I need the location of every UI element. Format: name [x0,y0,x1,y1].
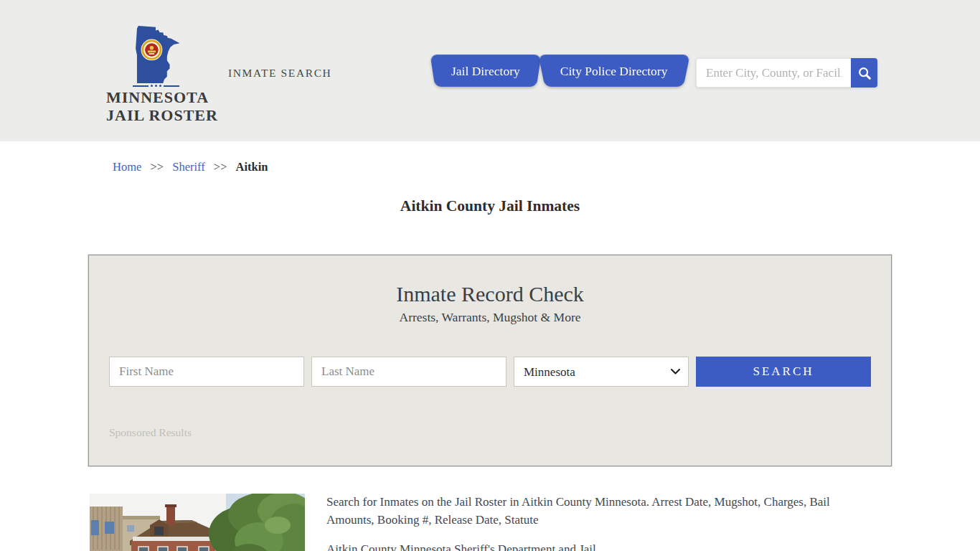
breadcrumb-separator: >> [150,160,164,174]
last-name-input[interactable] [311,357,507,387]
first-name-input[interactable] [109,357,304,387]
facility-search-input[interactable] [696,58,851,88]
county-info-section: Search for Inmates on the Jail Roster in… [90,494,890,551]
county-sheriff-paragraph: Aitkin County Minnesota Sheriff's Depart… [326,541,872,551]
search-icon [857,66,872,80]
aitkin-county-jail-photo [90,494,305,551]
search-button[interactable]: SEARCH [696,357,871,387]
state-select[interactable]: Minnesota [514,357,689,387]
minnesota-state-icon [130,26,182,83]
sponsored-results-label: Sponsored Results [109,426,891,439]
inmate-record-check-panel: Inmate Record Check Arrests, Warrants, M… [88,255,892,466]
breadcrumb-sheriff[interactable]: Sheriff [172,160,205,174]
breadcrumb-separator: >> [214,160,227,174]
site-logo[interactable]: MINNESOTA JAIL ROSTER [106,26,205,124]
tab-jail-directory-label: Jail Directory [451,64,520,79]
breadcrumb: Home >> Sheriff >> Aitkin [113,160,980,174]
breadcrumb-current-aitkin: Aitkin [236,160,268,174]
facility-search-button[interactable] [851,58,877,88]
state-select-wrap: Minnesota [514,357,689,387]
jail-building-illustration [90,494,305,551]
inmate-search-heading: INMATE SEARCH [228,67,331,80]
record-check-title: Inmate Record Check [89,282,891,306]
facility-search [696,58,877,88]
record-check-subtitle: Arrests, Warrants, Mugshot & More [89,310,891,325]
page-title: Aitkin County Jail Inmates [0,197,980,215]
header: MINNESOTA JAIL ROSTER INMATE SEARCH Jail… [0,0,980,141]
page: MINNESOTA JAIL ROSTER INMATE SEARCH Jail… [0,0,980,551]
logo-divider [106,85,205,87]
logo-text-line1: MINNESOTA [106,89,205,107]
tab-city-police-directory-label: City Police Directory [560,64,668,79]
directory-tabs: Jail Directory City Police Directory [433,55,686,88]
tab-jail-directory[interactable]: Jail Directory [433,55,539,88]
logo-text-line2: JAIL ROSTER [106,107,205,125]
record-check-form: Minnesota SEARCH [109,357,871,387]
tab-city-police-directory[interactable]: City Police Directory [542,55,687,88]
county-intro-paragraph: Search for Inmates on the Jail Roster in… [326,494,872,529]
county-info-text: Search for Inmates on the Jail Roster in… [326,494,872,551]
breadcrumb-home[interactable]: Home [113,160,141,174]
